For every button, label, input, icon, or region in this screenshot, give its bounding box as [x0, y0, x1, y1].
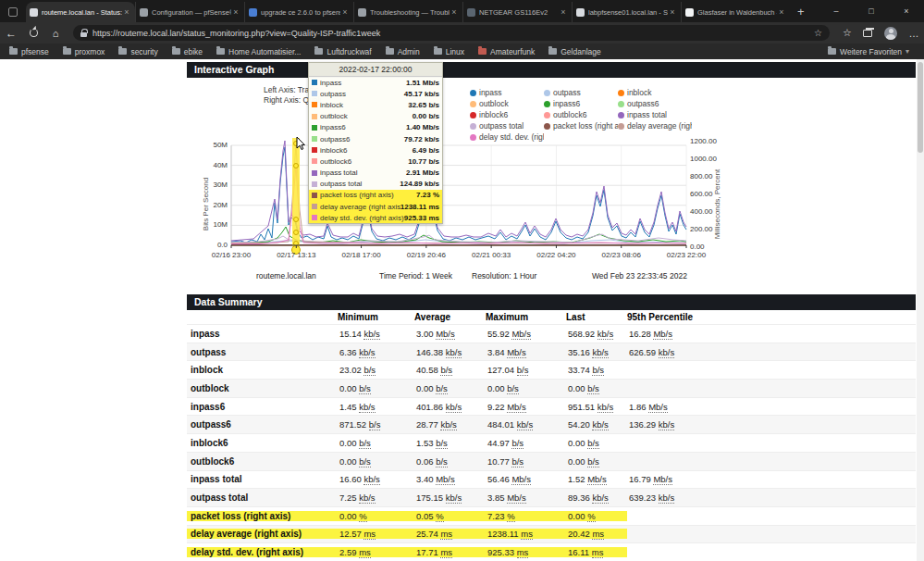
- tab-close-icon[interactable]: ×: [777, 7, 786, 17]
- legend-item[interactable]: outpass total: [470, 120, 544, 131]
- bookmark-item[interactable]: ebike: [172, 47, 203, 56]
- legend-color-dot: [544, 101, 550, 107]
- new-tab-button[interactable]: +: [790, 5, 812, 22]
- value-number: 0.00: [568, 511, 585, 521]
- bookmark-item[interactable]: proxmox: [63, 47, 105, 56]
- table-row: inpass15.14 kb/s3.00 Mb/s55.92 Mb/s568.9…: [187, 325, 916, 343]
- legend-item[interactable]: inblock: [618, 87, 692, 98]
- table-row: inpass61.45 kb/s401.86 kb/s9.22 Mb/s951.…: [187, 398, 916, 417]
- bookmark-label: Admin: [398, 47, 420, 56]
- bookmark-item[interactable]: Linux: [434, 47, 464, 56]
- maximize-button[interactable]: □: [854, 0, 889, 22]
- legend-item[interactable]: packet loss (right axis): [544, 120, 618, 131]
- tooltip-series-name: inblock: [320, 101, 408, 109]
- bookmark-item[interactable]: security: [118, 47, 157, 56]
- bookmark-item[interactable]: Luftdruckwaf: [314, 47, 371, 56]
- value-unit: kb/s: [517, 419, 533, 430]
- value-number: 146.38: [416, 347, 443, 357]
- tooltip-series-color: [312, 80, 317, 85]
- legend-color-dot: [470, 123, 476, 130]
- value-number: 0.00: [339, 511, 357, 521]
- browser-tab[interactable]: Troubleshooting — Troublesho...×: [353, 2, 462, 22]
- tab-close-icon[interactable]: ×: [340, 7, 350, 17]
- tab-close-icon[interactable]: ×: [668, 7, 677, 17]
- legend-item[interactable]: inblock6: [470, 109, 544, 120]
- refresh-icon[interactable]: [30, 29, 38, 37]
- tab-close-icon[interactable]: ×: [231, 7, 240, 17]
- legend-item[interactable]: inpass: [470, 87, 544, 98]
- page-scrollbar[interactable]: [917, 59, 924, 561]
- tooltip-series-name: inpass: [320, 79, 406, 87]
- bookmark-item[interactable]: Home Automatisier...: [216, 47, 301, 56]
- value-unit: ms: [521, 529, 533, 540]
- tab-close-icon[interactable]: ×: [122, 7, 131, 17]
- browser-toolbar: ← ⌂ https://routeme.local.lan/status_mon…: [0, 22, 924, 44]
- cell-value: 568.92 kb/s: [566, 329, 627, 339]
- x-tick: 02/21 00:33: [472, 251, 511, 259]
- graph-area: Left Axis: Traffic Right Axis: Quali inp…: [187, 78, 916, 289]
- minimize-button[interactable]: –: [819, 0, 854, 22]
- folder-icon: [828, 48, 836, 55]
- workspace-icon[interactable]: [8, 7, 18, 17]
- bookmark-item[interactable]: pfsense: [9, 47, 49, 56]
- tooltip-series-name: outpass6: [320, 135, 404, 143]
- traffic-quality-graph[interactable]: [231, 136, 686, 256]
- value-unit: Mb/s: [507, 402, 526, 413]
- legend-label: outpass total: [479, 121, 524, 131]
- browser-tab[interactable]: Configuration — pfSense® Plu...×: [135, 2, 244, 22]
- legend-color-dot: [618, 90, 624, 96]
- tooltip-row: inpass1.51 Mb/s: [309, 77, 442, 88]
- browser-tab[interactable]: NETGEAR GS116Ev2×: [462, 2, 572, 22]
- legend-item[interactable]: inpass6: [544, 98, 618, 109]
- tab-close-icon[interactable]: ×: [559, 7, 568, 17]
- y-tick-left: 50M: [187, 141, 228, 149]
- legend-item[interactable]: outblock6: [544, 109, 618, 120]
- value-number: 40.58: [416, 365, 438, 375]
- cell-value: 951.51 kb/s: [566, 402, 627, 412]
- tooltip-series-color: [312, 181, 317, 187]
- value-number: 16.11: [568, 547, 589, 557]
- tab-close-icon[interactable]: ×: [450, 7, 459, 17]
- favorites-bar-icon[interactable]: ☆: [837, 27, 857, 39]
- value-unit: kb/s: [446, 402, 462, 413]
- browser-tab[interactable]: routeme.local.lan - Status: Mon...×: [26, 2, 135, 22]
- legend-label: inblock6: [479, 110, 508, 119]
- bookmark-item[interactable]: Admin: [386, 47, 420, 56]
- back-button[interactable]: ←: [0, 27, 22, 40]
- legend-item[interactable]: outblock: [470, 98, 544, 109]
- tooltip-series-value: 1.51 Mb/s: [406, 79, 439, 87]
- value-number: 25.74: [416, 529, 438, 539]
- settings-menu-icon[interactable]: …: [904, 28, 924, 39]
- value-unit: b/s: [440, 365, 452, 376]
- browser-tab[interactable]: Glasfaser in Waldenbuch - Deut...×: [681, 2, 790, 22]
- url-text[interactable]: https://routeme.local.lan/status_monitor…: [92, 29, 808, 38]
- cell-value: 2.59 ms: [338, 547, 414, 557]
- legend-item[interactable]: delay average (right axis): [618, 120, 692, 131]
- tooltip-series-value: 6.49 b/s: [413, 146, 439, 155]
- x-tick: 02/23 22:00: [667, 251, 706, 259]
- bookmark-item[interactable]: Amateurfunk: [478, 47, 535, 56]
- collections-icon[interactable]: [863, 30, 872, 37]
- legend-item[interactable]: outpass6: [618, 98, 692, 109]
- tooltip-series-color: [312, 215, 317, 220]
- home-button[interactable]: ⌂: [45, 28, 66, 39]
- data-summary-header: Data Summary: [187, 294, 916, 310]
- cell-value: 7.25 kb/s: [338, 492, 414, 503]
- row-series-name: packet loss (right axis): [187, 511, 338, 521]
- legend-item[interactable]: inpass total: [618, 109, 692, 120]
- bookmark-label: security: [130, 47, 157, 56]
- address-bar[interactable]: https://routeme.local.lan/status_monitor…: [73, 25, 830, 41]
- close-button[interactable]: ×: [889, 0, 924, 22]
- row-series-name: outblock6: [187, 456, 338, 467]
- legend-item[interactable]: outpass: [544, 87, 618, 98]
- other-favorites[interactable]: Weitere Favoriten ▾: [828, 47, 909, 56]
- browser-tab[interactable]: labpfsense01.local.lan - System...×: [572, 2, 681, 22]
- cell-value: 484.01 kb/s: [486, 419, 566, 430]
- scrollbar-thumb[interactable]: [918, 62, 923, 153]
- browser-tab[interactable]: upgrade ce 2.6.0 to pfsense plu...×: [244, 2, 353, 22]
- profile-avatar[interactable]: [884, 27, 897, 40]
- favorite-star-icon[interactable]: ☆: [814, 28, 822, 38]
- tooltip-date: 2022-02-17 22:00:00: [309, 63, 442, 77]
- tooltip-series-value: 32.65 b/s: [408, 101, 439, 109]
- bookmark-item[interactable]: Geldanlage: [548, 47, 600, 56]
